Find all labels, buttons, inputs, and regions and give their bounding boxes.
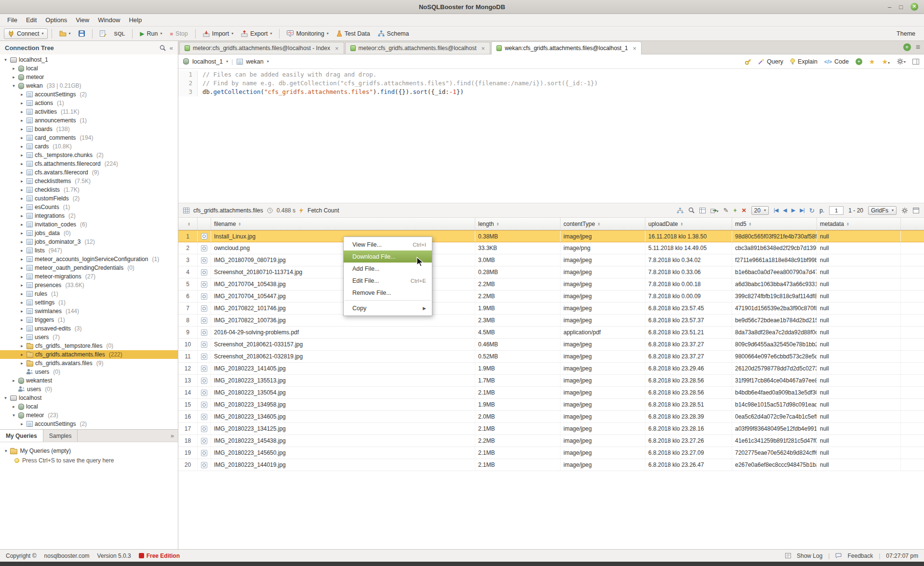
expand-arrow-icon[interactable]: ▸ — [19, 196, 25, 201]
tree-item-localhost-1[interactable]: ▾localhost_1 — [0, 55, 178, 64]
expand-arrow-icon[interactable]: ▸ — [19, 274, 25, 279]
table-row[interactable]: 7IMG_20170822_101746.jpg1.9MBimage/jpeg6… — [178, 303, 924, 315]
new-editor-button[interactable] — [96, 29, 110, 38]
table-row[interactable]: 17IMG_20180223_134125.jpg2.1MBimage/jpeg… — [178, 423, 924, 435]
chevron-down-icon[interactable]: ▾ — [226, 59, 228, 64]
table-view-icon[interactable] — [699, 208, 706, 213]
explain-button[interactable]: Explain — [790, 58, 817, 65]
expand-arrow-icon[interactable]: ▸ — [11, 66, 16, 71]
star-menu[interactable]: ★▾ — [882, 58, 890, 66]
context-menu-item-remove-file[interactable]: Remove File... — [344, 287, 432, 299]
monitoring-button[interactable]: Monitoring ▾ — [283, 29, 332, 39]
expand-right-icon[interactable]: » — [171, 432, 178, 439]
tree-item-rules[interactable]: ▸rules(1) — [0, 290, 178, 298]
expand-arrow-icon[interactable]: ▸ — [19, 161, 25, 166]
tree-item-users[interactable]: users(0) — [0, 385, 178, 394]
table-row[interactable]: 14IMG_20180223_135054.jpg2.1MBimage/jpeg… — [178, 387, 924, 399]
site-link[interactable]: nosqlbooster.com — [44, 553, 90, 559]
table-row[interactable]: 18IMG_20180223_145438.jpg2.2MBimage/jpeg… — [178, 435, 924, 447]
export-results-menu[interactable]: ▾ — [710, 207, 719, 214]
tree-item-cfs-avatars-filerecord[interactable]: ▸cfs.avatars.filerecord(9) — [0, 168, 178, 177]
expand-arrow-icon[interactable]: ▸ — [19, 231, 25, 236]
table-row[interactable]: 19IMG_20180223_145650.jpg2.1MBimage/jpeg… — [178, 447, 924, 459]
tree-item-card-comments[interactable]: ▸card_comments(194) — [0, 133, 178, 142]
expand-arrow-icon[interactable]: ▸ — [19, 170, 25, 175]
expand-arrow-icon[interactable]: ▸ — [19, 248, 25, 253]
tree-item-activities[interactable]: ▸activities(11.1K) — [0, 107, 178, 116]
collapse-arrow-icon[interactable]: ▾ — [11, 83, 16, 88]
query-button[interactable]: Query — [758, 58, 783, 65]
query-editor[interactable]: 1// Files can be added easily with drag … — [178, 69, 924, 203]
tree-item-meteor-accounts-loginserviceconfiguration[interactable]: ▸meteor_accounts_loginServiceConfigurati… — [0, 255, 178, 263]
expand-arrow-icon[interactable]: ▸ — [19, 361, 25, 366]
column-header-contenttype[interactable]: contentType▲▼ — [561, 218, 645, 230]
expand-arrow-icon[interactable]: ▸ — [19, 135, 25, 140]
expand-arrow-icon[interactable]: ▸ — [19, 144, 25, 149]
menu-window[interactable]: Window — [94, 15, 124, 25]
feedback-button[interactable]: Feedback — [847, 553, 873, 559]
expand-arrow-icon[interactable]: ▸ — [19, 239, 25, 244]
table-row[interactable]: 20IMG_20180223_144019.jpg2.1MBimage/jpeg… — [178, 459, 924, 471]
edit-document-icon[interactable]: ✎ — [723, 207, 729, 214]
expand-arrow-icon[interactable]: ▸ — [19, 118, 25, 123]
view-file-icon[interactable] — [201, 257, 207, 263]
collapse-arrow-icon[interactable]: ▾ — [11, 413, 16, 418]
tree-item-unsaved-edits[interactable]: ▸unsaved-edits(3) — [0, 324, 178, 333]
column-header-length[interactable]: length▲▼ — [475, 218, 561, 230]
expand-arrow-icon[interactable]: ▸ — [19, 283, 25, 288]
expand-arrow-icon[interactable]: ▸ — [11, 378, 16, 383]
expand-arrow-icon[interactable]: ▸ — [19, 265, 25, 270]
tree-item-users[interactable]: users(0) — [0, 368, 178, 376]
table-row[interactable]: 8IMG_20170822_100736.jpg2.3MBimage/jpeg6… — [178, 315, 924, 327]
breadcrumb-database[interactable]: wekan — [246, 58, 264, 65]
expand-arrow-icon[interactable]: ▸ — [19, 300, 25, 305]
tree-item-accountsettings[interactable]: ▸accountSettings(2) — [0, 90, 178, 99]
refresh-icon[interactable]: ↻ — [809, 207, 815, 214]
table-row[interactable]: 4Screenshot_20180710-113714.jpg0.28MBima… — [178, 266, 924, 278]
breadcrumb-connection[interactable]: localhost_1 — [192, 58, 223, 65]
column-header-filename[interactable]: filename▲▼ — [211, 218, 475, 230]
expand-arrow-icon[interactable]: ▸ — [19, 222, 25, 227]
tree-item-cards[interactable]: ▸cards(10.8K) — [0, 142, 178, 151]
menu-view[interactable]: View — [71, 15, 94, 25]
view-file-icon[interactable] — [201, 342, 207, 348]
sort-icon[interactable]: ▲▼ — [597, 222, 600, 226]
maximize-icon[interactable]: □ — [899, 3, 903, 11]
run-button[interactable]: ▶ Run ▾ — [136, 29, 165, 39]
table-row[interactable]: 12IMG_20180223_141405.jpg1.9MBimage/jpeg… — [178, 363, 924, 375]
tree-item-escounts[interactable]: ▸esCounts(1) — [0, 203, 178, 211]
expand-arrow-icon[interactable]: ▸ — [19, 127, 25, 132]
tree-item-meteor-oauth-pendingcredentials[interactable]: ▸meteor_oauth_pendingCredentials(0) — [0, 263, 178, 272]
tree-item-cfs-gridfs-avatars-files[interactable]: ▸cfs_gridfs.avatars.files(9) — [0, 359, 178, 368]
tree-item-cfs-attachments-filerecord[interactable]: ▸cfs.attachments.filerecord(224) — [0, 159, 178, 168]
table-row[interactable]: 10Screenshot_20180621-033157.jpg0.46MBim… — [178, 339, 924, 351]
view-file-icon[interactable] — [201, 438, 207, 444]
export-button[interactable]: Export ▾ — [238, 29, 275, 39]
tab-list-icon[interactable]: ≡ — [916, 44, 920, 51]
star-icon[interactable]: ★ — [869, 58, 875, 66]
column-header-md5[interactable]: md5▲▼ — [732, 218, 817, 230]
view-file-icon[interactable] — [201, 354, 207, 360]
expand-arrow-icon[interactable]: ▸ — [19, 187, 25, 192]
new-tab-icon[interactable]: + — [903, 43, 911, 51]
view-file-icon[interactable] — [201, 245, 207, 251]
collapse-arrow-icon[interactable]: ▾ — [3, 395, 8, 400]
chevron-down-icon[interactable]: ▾ — [267, 59, 269, 64]
minimize-icon[interactable]: – — [888, 3, 891, 11]
tree-item-local[interactable]: ▸local — [0, 402, 178, 411]
tree-item-cfs-gridfs-attachments-files[interactable]: ▸cfs_gridfs.attachments.files(222) — [0, 350, 178, 359]
sort-icon[interactable]: ▲▼ — [846, 222, 849, 226]
tree-item-announcements[interactable]: ▸announcements(1) — [0, 116, 178, 125]
tree-item-localhost[interactable]: ▾localhost — [0, 394, 178, 402]
tree-item-cfs-tempstore-chunks[interactable]: ▸cfs._tempstore.chunks(2) — [0, 151, 178, 159]
view-file-icon[interactable] — [201, 462, 207, 468]
stop-button[interactable]: ■ Stop — [166, 29, 191, 39]
menu-options[interactable]: Options — [41, 15, 71, 25]
tree-item-checklistitems[interactable]: ▸checklistItems(7.5K) — [0, 177, 178, 185]
expand-arrow-icon[interactable]: ▸ — [19, 205, 25, 210]
sort-icon[interactable]: ▲▼ — [749, 222, 751, 226]
tree-item-wekantest[interactable]: ▸wekantest — [0, 376, 178, 385]
table-row[interactable]: 15IMG_20180223_134958.jpg1.9MBimage/jpeg… — [178, 399, 924, 411]
expand-arrow-icon[interactable]: ▸ — [19, 352, 25, 357]
next-page-icon[interactable]: ▶ — [791, 207, 795, 213]
